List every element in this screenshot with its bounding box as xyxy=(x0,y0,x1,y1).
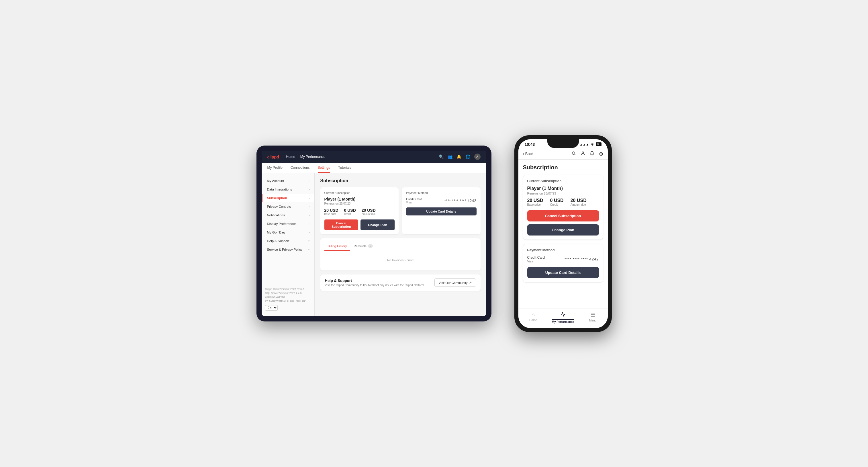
sidebar-menu: My Account › Data Integrations › Subscri… xyxy=(261,177,314,285)
help-title: Help & Support xyxy=(325,278,425,283)
payment-type: Credit Card xyxy=(406,197,422,201)
sidebar-item-my-golf-bag[interactable]: My Golf Bag › xyxy=(261,228,314,237)
phone-amount-due-col: 20 USD Amount due xyxy=(570,198,587,206)
help-description: Visit the Clippd Community to troublesho… xyxy=(325,284,425,287)
phone-content: Subscription Current Subscription Player… xyxy=(518,160,608,309)
phone-amount-due-lbl: Amount due xyxy=(570,203,587,206)
menu-icon: ☰ xyxy=(591,312,595,318)
person-icon[interactable] xyxy=(581,151,585,157)
home-icon: ⌂ xyxy=(532,312,535,318)
tablet-device: clippd Home My Performance 🔍 👥 🔔 🌐 A My … xyxy=(256,146,492,321)
phone-subscription-card: Current Subscription Player (1 Month) Re… xyxy=(523,175,603,240)
payment-method-card: Payment Method Credit Card Visa **** ***… xyxy=(402,187,480,235)
page-title: Subscription xyxy=(320,178,480,183)
tablet-main: Subscription Current Subscription Player… xyxy=(315,173,486,316)
phone-update-card-button[interactable]: Update Card Details xyxy=(527,267,599,278)
credit-value: 0 USD xyxy=(344,208,356,213)
signal-icon: ▲▲▲ xyxy=(580,143,589,146)
base-price-label: Base price xyxy=(324,213,338,215)
cancel-subscription-button[interactable]: Cancel Subscription xyxy=(324,219,359,230)
external-link-icon: ↗ xyxy=(308,248,310,251)
phone-screen: 10:43 ▲▲▲ 85 ‹ Back xyxy=(518,139,608,328)
phone-credit-val: 0 USD xyxy=(550,198,564,203)
visit-community-button[interactable]: Visit Our Community ↗ xyxy=(434,278,476,287)
sidebar-item-help-support[interactable]: Help & Support ↗ xyxy=(261,237,314,245)
external-link-icon: ↗ xyxy=(308,240,310,242)
phone-device: 10:43 ▲▲▲ 85 ‹ Back xyxy=(515,135,612,332)
sidebar-item-subscription[interactable]: Subscription › xyxy=(261,194,314,202)
subnav-connections[interactable]: Connections xyxy=(290,163,310,173)
phone-change-plan-button[interactable]: Change Plan xyxy=(527,224,599,236)
phone-credit-col: 0 USD Credit xyxy=(550,198,564,206)
performance-icon xyxy=(560,312,566,318)
add-icon[interactable]: ⊕ xyxy=(599,151,603,157)
wifi-icon xyxy=(590,143,594,146)
chevron-icon: › xyxy=(309,214,309,217)
subscription-amounts: 20 USD Base price 0 USD Credit 20 USD Am… xyxy=(324,208,395,215)
subnav-settings[interactable]: Settings xyxy=(318,163,330,173)
amount-due-value: 20 USD xyxy=(362,208,376,213)
tab-referrals[interactable]: Referrals 0 xyxy=(350,242,376,251)
tablet-content-area: My Account › Data Integrations › Subscri… xyxy=(261,173,486,316)
phone-cancel-button[interactable]: Cancel Subscription xyxy=(527,210,599,221)
bell-icon[interactable] xyxy=(590,151,594,157)
payment-row: Credit Card Visa **** **** **** 4242 xyxy=(406,197,476,204)
search-icon[interactable]: 🔍 xyxy=(439,154,443,159)
sidebar-item-display-preferences[interactable]: Display Preferences › xyxy=(261,219,314,228)
tab-billing-history[interactable]: Billing History xyxy=(324,242,350,251)
phone-amount-due-val: 20 USD xyxy=(570,198,587,203)
tablet-topbar-icons: 🔍 👥 🔔 🌐 A xyxy=(439,154,480,160)
language-selector[interactable]: EN xyxy=(265,305,311,311)
nav-item-home[interactable]: Home xyxy=(286,155,295,159)
amount-due-label: Amount due xyxy=(362,213,376,215)
nav-item-performance[interactable]: My Performance xyxy=(300,155,326,159)
subscription-cards-row: Current Subscription Player (1 Month) Re… xyxy=(320,187,480,235)
billing-section: Billing History Referrals 0 No Invoices … xyxy=(320,238,480,271)
change-plan-button[interactable]: Change Plan xyxy=(361,219,395,230)
phone-renews-date: Renews on 25/07/23 xyxy=(527,192,599,195)
sidebar-item-data-integrations[interactable]: Data Integrations › xyxy=(261,185,314,194)
bell-icon[interactable]: 🔔 xyxy=(457,154,461,159)
menu-label: Menu xyxy=(589,319,596,322)
tablet-subnav: My Profile Connections Settings Tutorial… xyxy=(261,163,486,173)
chevron-icon: › xyxy=(309,179,309,183)
phone-bottom-nav: ⌂ Home My Performance ☰ Menu xyxy=(518,309,608,328)
sidebar-item-privacy-controls[interactable]: Privacy Controls › xyxy=(261,202,314,211)
users-icon[interactable]: 👥 xyxy=(447,154,453,159)
phone-masked-number: **** **** **** 4242 xyxy=(564,257,599,261)
search-icon[interactable] xyxy=(571,151,576,157)
lang-select[interactable]: EN xyxy=(265,305,278,311)
current-subscription-label: Current Subscription xyxy=(324,191,395,194)
chevron-icon: › xyxy=(309,222,309,225)
phone-payment-row: Credit Card Visa **** **** **** 4242 xyxy=(527,255,599,263)
external-link-icon: ↗ xyxy=(469,281,472,284)
phone-base-price-val: 20 USD xyxy=(527,198,543,203)
phone-plan-name: Player (1 Month) xyxy=(527,186,599,191)
bottom-nav-menu[interactable]: ☰ Menu xyxy=(578,312,608,323)
help-text-group: Help & Support Visit the Clippd Communit… xyxy=(325,278,425,287)
sidebar-item-service-privacy[interactable]: Service & Privacy Policy ↗ xyxy=(261,245,314,254)
phone-payment-type: Credit Card xyxy=(527,255,545,259)
base-price-value: 20 USD xyxy=(324,208,338,213)
bottom-nav-performance[interactable]: My Performance xyxy=(548,312,578,323)
phone-page-title: Subscription xyxy=(523,164,603,171)
svg-line-2 xyxy=(575,154,576,155)
update-card-button[interactable]: Update Card Details xyxy=(406,208,476,215)
bottom-nav-home[interactable]: ⌂ Home xyxy=(518,312,548,323)
back-label: Back xyxy=(525,152,534,156)
sidebar-item-notifications[interactable]: Notifications › xyxy=(261,211,314,219)
sidebar-item-my-account[interactable]: My Account › xyxy=(261,177,314,185)
avatar[interactable]: A xyxy=(474,154,480,160)
subnav-tutorials[interactable]: Tutorials xyxy=(338,163,351,173)
sidebar-footer: Clippd Client Version: 2023.07.6-8 GQL S… xyxy=(261,285,314,313)
globe-icon[interactable]: 🌐 xyxy=(465,154,470,159)
payment-info: Credit Card Visa xyxy=(406,197,422,204)
chevron-icon: › xyxy=(309,231,309,234)
phone-statusbar: 10:43 ▲▲▲ 85 xyxy=(518,139,608,148)
back-button[interactable]: ‹ Back xyxy=(523,152,534,156)
phone-current-sub-title: Current Subscription xyxy=(527,179,599,183)
payment-brand: Visa xyxy=(406,201,422,204)
subnav-myprofile[interactable]: My Profile xyxy=(267,163,283,173)
phone-payment-brand: Visa xyxy=(527,259,545,263)
phone-navbar-icons: ⊕ xyxy=(571,151,603,157)
